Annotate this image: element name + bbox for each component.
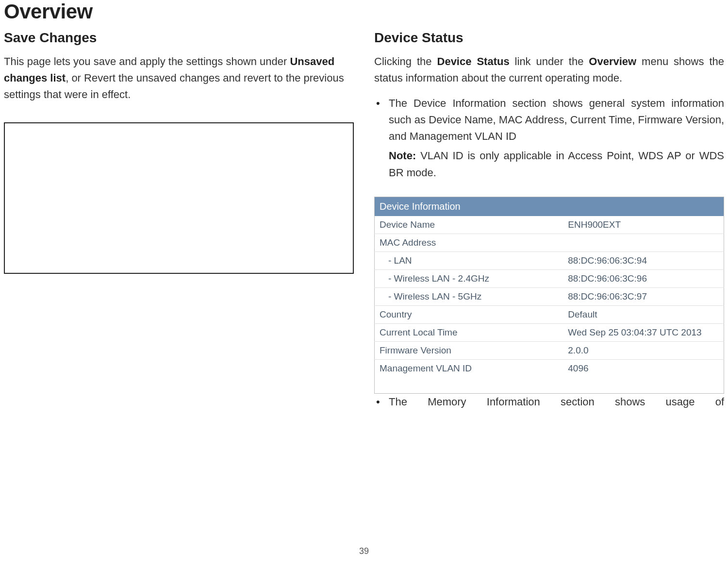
device-status-heading: Device Status [374,30,724,46]
table-row: - LAN88:DC:96:06:3C:94 [375,251,724,269]
right-column: Device Status Clicking the Device Status… [374,30,724,413]
device-status-intro: Clicking the Device Status link under th… [374,53,724,86]
table-value [563,234,724,251]
table-row: - Wireless LAN - 2.4GHz88:DC:96:06:3C:96 [375,269,724,287]
table-spacer [375,377,724,394]
page-title: Overview [4,0,724,27]
text-fragment: link under the [510,55,589,67]
text-fragment: The [389,396,428,408]
vlan-note: Note: VLAN ID is only applicable in Acce… [374,148,724,181]
note-text: VLAN ID is only applicable in Access Poi… [389,150,724,178]
text-fragment: The [389,97,414,109]
table-label: - Wireless LAN - 5GHz [375,287,563,305]
memory-information-bold: Memory Information [428,396,540,408]
overview-bold: Overview [589,55,636,67]
table-header-row: Device Information [375,197,724,216]
table-row: Management VLAN ID4096 [375,359,724,377]
table-row: MAC Address [375,234,724,251]
table-value: Default [563,305,724,323]
content-columns: Save Changes This page lets you save and… [4,27,724,413]
table-label: Current Local Time [375,323,563,341]
text-fragment: section shows usage of [540,396,724,408]
table-header: Device Information [375,197,724,216]
table-label: - Wireless LAN - 2.4GHz [375,269,563,287]
table-row: Current Local TimeWed Sep 25 03:04:37 UT… [375,323,724,341]
note-label: Note: [389,150,416,162]
device-status-bold: Device Status [437,55,510,67]
table-value: 88:DC:96:06:3C:97 [563,287,724,305]
device-information-bold: Device Information [414,97,506,109]
page-number: 39 [0,546,728,556]
table-label: Firmware Version [375,341,563,359]
memory-information-bullet: The Memory Information section shows usa… [374,394,724,410]
memory-info-bullet-list: The Memory Information section shows usa… [374,394,724,410]
table-label: MAC Address [375,234,563,251]
table-value: Wed Sep 25 03:04:37 UTC 2013 [563,323,724,341]
table-label: Country [375,305,563,323]
table-value: ENH900EXT [563,216,724,234]
text-fragment: This page lets you save and apply the se… [4,55,290,67]
save-changes-paragraph: This page lets you save and apply the se… [4,53,354,103]
table-value: 88:DC:96:06:3C:96 [563,269,724,287]
device-information-table: Device Information Device NameENH900EXTM… [374,197,724,394]
table-row: Device NameENH900EXT [375,216,724,234]
screenshot-placeholder [4,122,354,274]
text-fragment: Clicking the [374,55,437,67]
table-row: Firmware Version2.0.0 [375,341,724,359]
save-changes-heading: Save Changes [4,30,354,46]
left-column: Save Changes This page lets you save and… [4,30,354,413]
table-label: Management VLAN ID [375,359,563,377]
table-value: 4096 [563,359,724,377]
table-value: 2.0.0 [563,341,724,359]
table-label: - LAN [375,251,563,269]
device-info-bullet-list: The Device Information section shows gen… [374,95,724,145]
table-label: Device Name [375,216,563,234]
device-information-bullet: The Device Information section shows gen… [374,95,724,145]
table-row: - Wireless LAN - 5GHz88:DC:96:06:3C:97 [375,287,724,305]
table-row: CountryDefault [375,305,724,323]
table-value: 88:DC:96:06:3C:94 [563,251,724,269]
